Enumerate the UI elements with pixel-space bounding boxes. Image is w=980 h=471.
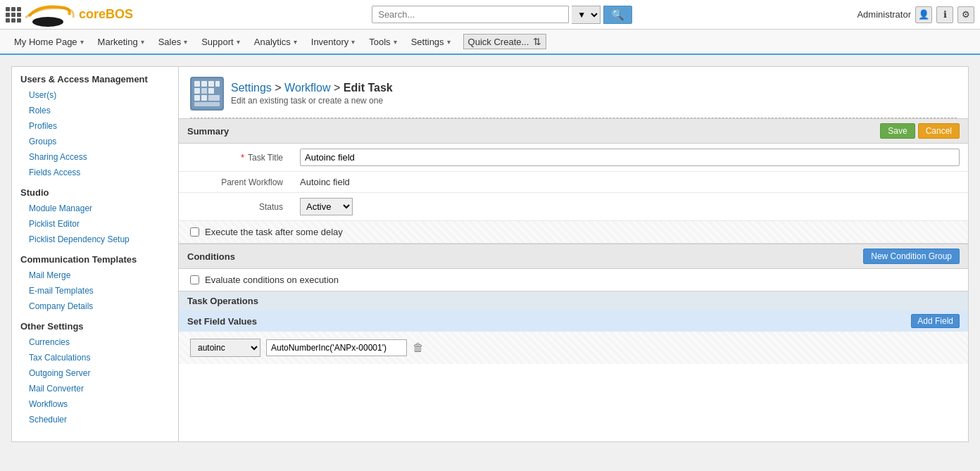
field-dropdown[interactable]: autoinc	[190, 339, 260, 357]
delay-label: Execute the task after some delay	[205, 227, 343, 237]
logo-area: coreBOS	[6, 2, 133, 27]
svg-rect-3	[201, 81, 207, 87]
breadcrumb-workflow-link[interactable]: Workflow	[284, 82, 331, 94]
nav-settings[interactable]: Settings ▾	[404, 29, 458, 54]
set-field-values-header: Set Field Values Add Field	[179, 310, 968, 332]
sidebar-item-scheduler[interactable]: Scheduler	[12, 412, 178, 427]
nav-analytics-caret: ▾	[294, 38, 297, 46]
quick-create-button[interactable]: Quick Create... ⇅	[463, 34, 547, 49]
sidebar-section-comm-templates: Communication Templates Mail Merge E-mai…	[12, 247, 178, 314]
nav-sales[interactable]: Sales ▾	[151, 29, 195, 54]
field-value-input[interactable]	[266, 339, 407, 356]
nav-support-caret: ▾	[237, 38, 240, 46]
delete-field-icon[interactable]: 🗑	[413, 341, 424, 354]
sidebar-item-currencies[interactable]: Currencies	[12, 334, 178, 350]
sidebar-item-module-manager[interactable]: Module Manager	[12, 201, 178, 216]
sidebar-item-picklist-editor[interactable]: Picklist Editor	[12, 216, 178, 232]
search-dropdown[interactable]: ▼	[572, 6, 601, 24]
svg-rect-10	[201, 95, 207, 101]
sidebar-item-picklist-dependency[interactable]: Picklist Dependency Setup	[12, 232, 178, 247]
task-title-input[interactable]	[300, 149, 960, 166]
parent-workflow-label: Parent Workflow	[179, 172, 291, 193]
sidebar-item-roles[interactable]: Roles	[12, 103, 178, 118]
module-icon-svg	[191, 78, 222, 109]
sidebar-item-users[interactable]: User(s)	[12, 87, 178, 103]
breadcrumb-text: Settings > Workflow > Edit Task Edit an …	[231, 82, 393, 106]
task-title-cell	[291, 144, 968, 172]
task-operations-header: Task Operations	[179, 291, 968, 310]
conditions-row: Evaluate conditions on execution	[179, 269, 968, 291]
sidebar-item-company-details[interactable]: Company Details	[12, 299, 178, 314]
sidebar-item-outgoing-server[interactable]: Outgoing Server	[12, 365, 178, 381]
summary-section-header: Summary Save Cancel	[179, 118, 968, 144]
sidebar-section-title-other: Other Settings	[12, 314, 178, 334]
sidebar-item-mail-merge[interactable]: Mail Merge	[12, 268, 178, 283]
nav-marketing-caret: ▾	[141, 38, 144, 46]
task-title-row: * Task Title	[179, 144, 968, 172]
nav-home[interactable]: My Home Page ▾	[7, 29, 91, 54]
svg-rect-5	[215, 81, 220, 87]
svg-rect-7	[201, 88, 207, 94]
conditions-section-header: Conditions New Condition Group	[179, 244, 968, 269]
svg-rect-2	[194, 81, 200, 87]
save-button[interactable]: Save	[880, 123, 915, 139]
search-button[interactable]: 🔍	[603, 6, 632, 24]
delay-checkbox[interactable]	[190, 227, 199, 237]
settings-icon-button[interactable]: ⚙	[957, 6, 974, 23]
user-icon-button[interactable]: 👤	[915, 6, 932, 23]
breadcrumb-description: Edit an existing task or create a new on…	[231, 96, 393, 106]
nav-home-caret: ▾	[80, 38, 84, 46]
parent-workflow-row: Parent Workflow Autoinc field	[179, 172, 968, 193]
sidebar-section-studio: Studio Module Manager Picklist Editor Pi…	[12, 180, 178, 247]
search-input[interactable]	[372, 6, 569, 23]
sidebar-item-tax-calculations[interactable]: Tax Calculations	[12, 350, 178, 365]
breadcrumb-page-title: Edit Task	[344, 82, 393, 94]
topbar: coreBOS ▼ 🔍 Administrator 👤 ℹ ⚙	[0, 0, 980, 30]
sidebar: Users & Access Management User(s) Roles …	[11, 66, 179, 442]
add-field-button[interactable]: Add Field	[911, 314, 960, 328]
sidebar-section-other: Other Settings Currencies Tax Calculatio…	[12, 314, 178, 427]
sidebar-section-users: Users & Access Management User(s) Roles …	[12, 67, 178, 180]
task-operations-section: Task Operations Set Field Values Add Fie…	[179, 291, 968, 364]
sidebar-item-profiles[interactable]: Profiles	[12, 118, 178, 134]
info-icon-button[interactable]: ℹ	[936, 6, 953, 23]
sidebar-item-email-templates[interactable]: E-mail Templates	[12, 283, 178, 299]
summary-buttons: Save Cancel	[880, 123, 960, 139]
parent-workflow-value: Autoinc field	[300, 177, 350, 187]
sidebar-item-groups[interactable]: Groups	[12, 134, 178, 149]
logo-dots	[6, 7, 21, 23]
breadcrumb-area: Settings > Workflow > Edit Task Edit an …	[179, 67, 968, 118]
sidebar-item-sharing-access[interactable]: Sharing Access	[12, 149, 178, 165]
task-title-label: * Task Title	[179, 144, 291, 172]
nav-inventory[interactable]: Inventory ▾	[304, 29, 362, 54]
nav-marketing[interactable]: Marketing ▾	[91, 29, 151, 54]
admin-label: Administrator	[857, 9, 911, 20]
status-select[interactable]: Active Inactive	[300, 198, 353, 215]
svg-rect-12	[194, 102, 220, 106]
nav-support[interactable]: Support ▾	[194, 29, 247, 54]
parent-workflow-cell: Autoinc field	[291, 172, 968, 193]
breadcrumb-settings-link[interactable]: Settings	[231, 82, 272, 94]
nav-inventory-caret: ▾	[351, 38, 355, 46]
svg-rect-11	[208, 95, 220, 101]
logo-text[interactable]: coreBOS	[79, 7, 133, 22]
sidebar-item-workflows[interactable]: Workflows	[12, 396, 178, 412]
sidebar-item-mail-converter[interactable]: Mail Converter	[12, 381, 178, 396]
status-label: Status	[179, 193, 291, 221]
sidebar-item-fields-access[interactable]: Fields Access	[12, 165, 178, 180]
nav-analytics[interactable]: Analytics ▾	[247, 29, 304, 54]
set-field-values-title: Set Field Values	[187, 316, 257, 327]
evaluate-conditions-checkbox[interactable]	[190, 275, 199, 284]
conditions-title: Conditions	[187, 251, 235, 262]
sidebar-section-title-users: Users & Access Management	[12, 67, 178, 87]
sidebar-section-title-studio: Studio	[12, 180, 178, 201]
search-area: ▼ 🔍	[147, 6, 857, 24]
nav-tools[interactable]: Tools ▾	[362, 29, 403, 54]
summary-title: Summary	[187, 126, 229, 137]
logo-hat-icon	[25, 2, 75, 27]
field-row: autoinc 🗑	[179, 332, 968, 364]
new-condition-group-button[interactable]: New Condition Group	[863, 249, 960, 264]
status-row: Status Active Inactive	[179, 193, 968, 221]
cancel-button[interactable]: Cancel	[918, 123, 960, 139]
content-area: Settings > Workflow > Edit Task Edit an …	[179, 66, 969, 442]
